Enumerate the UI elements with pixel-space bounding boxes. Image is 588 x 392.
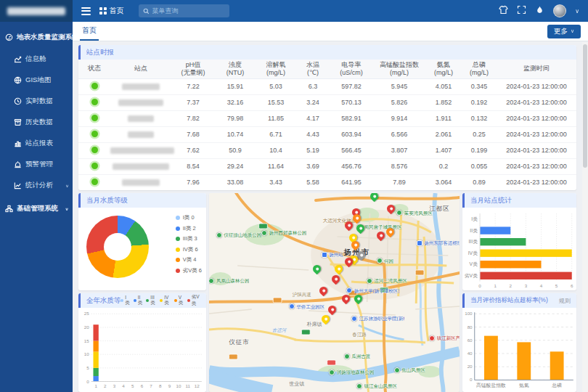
map-poi[interactable]: 何园 [377, 258, 394, 264]
map-poi[interactable]: 扬州大学(扬子津校区) [346, 287, 399, 293]
map-poi[interactable]: 焦山风景区 [394, 367, 425, 373]
sidebar-group-base-system[interactable]: 基础管理系统 ∨ [0, 197, 73, 220]
station-map-pin-red[interactable] [332, 275, 340, 283]
station-map-pin-orange[interactable] [353, 214, 361, 222]
station-map-pin-red[interactable] [345, 221, 353, 229]
legend-item[interactable]: I类 [121, 295, 130, 306]
map-poi[interactable]: 扬州站 [322, 252, 343, 258]
table-row[interactable]: 7.9633.083.435.58641.957.893.0640.892024… [78, 174, 576, 190]
column-header: 高锰酸盐指数(mg/L) [373, 60, 425, 78]
sidebar-group-label: 基础管理系统 [17, 204, 58, 213]
station-hbar-chart[interactable]: 0123456I类II类III类IV类V类劣V类 [462, 208, 576, 290]
map-poi[interactable]: 运河三湾风景区 [367, 278, 407, 284]
station-map-pin-yellow[interactable] [322, 315, 330, 323]
sidebar-item-statistics[interactable]: 统计分析 ∨ [0, 175, 73, 196]
breadcrumb[interactable]: 首页 [99, 6, 124, 16]
station-map-pin-green[interactable] [354, 295, 362, 303]
station-map-pin-green[interactable] [313, 265, 321, 273]
theme-skin-icon[interactable] [499, 4, 508, 17]
table-row[interactable]: 7.3732.1615.533.24570.135.8261.8520.1922… [78, 94, 576, 110]
avatar-caret-down-icon[interactable]: ∨ [575, 8, 579, 15]
station-map-pin-orange[interactable] [351, 241, 359, 249]
more-button[interactable]: 更多∨ [547, 25, 581, 38]
poi-dot-icon [346, 287, 352, 293]
tab-home[interactable]: 首页 [80, 22, 99, 41]
cell-value: 597.82 [330, 78, 373, 94]
station-map-pin-red[interactable] [319, 287, 327, 295]
cell-value: 603.94 [330, 126, 373, 142]
map-poi[interactable]: 扬州西郊森林公园 [261, 230, 307, 236]
station-table[interactable]: 状态站点pH值(无量纲)浊度(NTU)溶解氧(mg/L)水温(℃)电导率(uS/… [78, 60, 576, 190]
legend-item[interactable]: V类 4 [176, 256, 202, 264]
sidebar-item-station-report[interactable]: 站点报表 [0, 133, 73, 154]
menu-search[interactable] [139, 4, 229, 17]
station-map-pin-red[interactable] [328, 306, 336, 314]
cell-value: 0.2 [425, 158, 462, 174]
station-map-pin-green[interactable] [356, 224, 364, 232]
cell-value: 3.43 [256, 174, 296, 190]
table-row[interactable]: 8.5429.2411.643.69456.768.5760.20.055202… [78, 158, 576, 174]
map-poi[interactable]: 润扬湿地森林公园 [329, 369, 375, 375]
map-poi[interactable]: 镇江新区产业园区 [429, 335, 460, 341]
column-header: 总磷(mg/L) [462, 60, 497, 78]
cell-value: 5.826 [373, 94, 425, 110]
poi-dot-icon [344, 354, 350, 359]
legend-item[interactable]: III类 [146, 295, 156, 306]
legend-item[interactable]: III类 3 [176, 235, 202, 242]
sidebar-item-realtime-data[interactable]: 实时数据 [0, 91, 73, 112]
map-poi[interactable]: 仪征捺山地质公园 [216, 232, 262, 238]
station-map-pin-yellow[interactable] [335, 265, 343, 273]
map-poi[interactable]: 茱萸湾风景区 [396, 210, 433, 216]
legend-item[interactable]: V类 [174, 295, 184, 306]
cell-value: 3.064 [425, 174, 462, 190]
flame-icon[interactable] [535, 4, 544, 17]
legend-item[interactable]: I类 0 [176, 214, 202, 221]
station-map-pin-red[interactable] [345, 258, 353, 266]
legend-item[interactable]: II类 2 [176, 225, 202, 232]
map-poi[interactable]: 华侨工业园区 [289, 303, 325, 309]
map-poi[interactable]: 镇江金山风景区 [356, 383, 397, 389]
svg-text:4: 4 [540, 283, 543, 288]
station-map-pin-gray[interactable] [357, 251, 365, 259]
cell-value: 6.71 [256, 126, 296, 142]
scrollbar-thumb[interactable] [583, 44, 587, 168]
legend-item[interactable]: 劣V类 6 [176, 267, 202, 274]
sidebar-group-surface-water-system[interactable]: 地表水质量监测系统 ∧ [0, 26, 73, 49]
dashboard-content: 站点时报 状态站点pH值(无量纲)浊度(NTU)溶解氧(mg/L)水温(℃)电导… [73, 41, 588, 392]
station-map-pin-red[interactable] [387, 205, 395, 213]
search-input[interactable] [152, 7, 225, 15]
svg-text:劣V类: 劣V类 [465, 273, 478, 279]
table-row[interactable]: 7.6250.910.45.19566.453.8071.4070.199202… [78, 142, 576, 158]
map-poi[interactable]: 凤凰山森林公园 [209, 278, 249, 284]
user-avatar[interactable] [553, 4, 566, 17]
status-ok-dot [91, 179, 98, 185]
menu-toggle-icon[interactable] [81, 7, 91, 15]
fullscreen-icon[interactable] [517, 4, 526, 17]
table-row[interactable]: 7.6810.746.714.43603.946.5662.0610.25202… [78, 126, 576, 142]
map-poi[interactable]: 扬州东部客运枢纽 [417, 240, 460, 246]
table-row[interactable]: 7.2215.915.036.3597.825.9454.0510.345202… [78, 78, 576, 94]
station-map-pin-green[interactable] [370, 193, 378, 200]
info-hub-icon [14, 55, 22, 63]
sidebar-item-info-hub[interactable]: 信息舱 [0, 49, 73, 70]
station-map-pin-red[interactable] [342, 295, 350, 303]
sidebar-item-gis-map[interactable]: GIS地图 [0, 70, 73, 91]
legend-item[interactable]: IV类 6 [176, 246, 202, 253]
station-map-pin-red[interactable] [377, 232, 385, 240]
sidebar-item-history-data[interactable]: 历史数据 [0, 112, 73, 133]
legend-item[interactable]: II类 [134, 295, 143, 306]
cell-value: 641.95 [330, 174, 373, 190]
map-poi[interactable]: 瓜洲古渡 [344, 354, 371, 359]
legend-item[interactable]: IV类 [160, 295, 171, 306]
legend-item[interactable]: 劣V类 [187, 294, 200, 307]
station-map-pin-orange[interactable] [386, 228, 394, 236]
exceed-rate-bar-chart[interactable]: 020406080100高锰酸盐指数氨氮总磷 [462, 308, 576, 392]
annual-stacked-bar-chart[interactable]: 0510152025123456789101112 [78, 308, 206, 392]
rules-link[interactable]: 规则 [559, 297, 571, 305]
map-poi[interactable]: 江苏旅游职业学院(新校区) [351, 316, 404, 322]
sidebar-item-alert-management[interactable]: 预警管理 [0, 154, 73, 175]
page-scrollbar[interactable] [582, 42, 588, 392]
table-row[interactable]: 7.8279.9811.854.17582.919.9141.9110.1322… [78, 110, 576, 126]
quality-donut-chart[interactable] [86, 216, 149, 278]
gis-map[interactable]: 扬州市江都区仪征市朴席镇世业镇沪陕高速春江路古运河大运河文化旅游区茱萸湾风景区蜀… [209, 193, 460, 392]
